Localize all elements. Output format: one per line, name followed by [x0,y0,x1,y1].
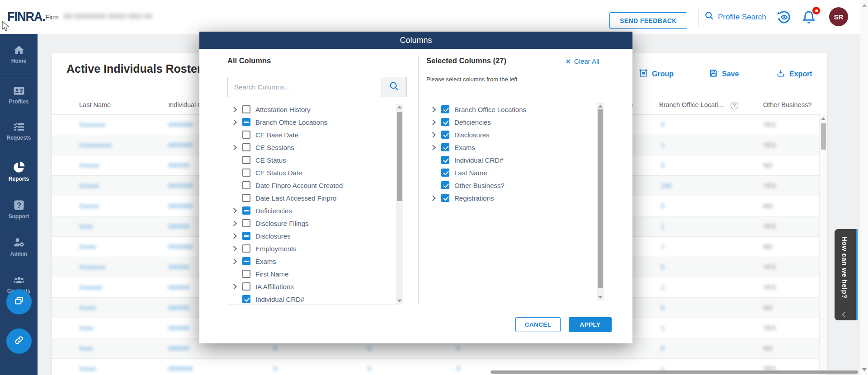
sidebar-item-reports[interactable]: Reports [0,160,38,182]
chevron-right-icon[interactable] [430,195,436,201]
tree-item[interactable]: Employments [227,242,399,255]
checkbox-unchecked[interactable] [242,181,250,189]
checkbox-unchecked[interactable] [242,282,250,291]
branch-count-link[interactable]: 1 [661,277,665,298]
chevron-right-icon[interactable] [231,106,237,112]
clear-all-button[interactable]: ✕ Clear All [566,57,599,65]
branch-count-link[interactable]: 100 [661,176,671,196]
checkbox-unchecked[interactable] [242,270,250,278]
checkbox-unchecked[interactable] [242,194,250,202]
tree-item[interactable]: Disclosure Filings [227,217,399,230]
chevron-right-icon[interactable] [430,106,436,112]
last-name-link[interactable]: Xxxx [79,338,93,359]
report-windows-fab-button[interactable] [6,289,32,314]
chevron-right-icon[interactable] [231,245,237,252]
last-name-link[interactable]: Xxxx [79,318,93,338]
chevron-right-icon[interactable] [231,283,237,290]
checkbox-checked[interactable] [441,194,449,202]
scroll-thumb[interactable] [397,112,402,201]
tree-item[interactable]: Other Business? [426,179,598,192]
crd-link[interactable]: 0000000 [168,135,193,155]
checkbox-indeterminate[interactable] [242,257,250,265]
crd-link[interactable]: 000000 [168,216,189,237]
help-widget-tab[interactable]: How can we help? [835,229,858,320]
last-name-link[interactable]: Xxxxxx [79,196,99,216]
quick-links-fab-button[interactable] [6,328,32,354]
sidebar-item-admin[interactable]: Admin [0,236,38,257]
horizontal-scrollbar-thumb[interactable] [491,370,858,374]
checkbox-unchecked[interactable] [242,131,250,139]
scroll-down-arrow[interactable] [862,368,867,371]
branch-count-link[interactable]: 1 [661,237,665,257]
last-name-link[interactable]: Xxxxx [79,298,96,318]
branch-count-link[interactable]: 1 [661,318,665,338]
crd-link[interactable]: 0000000 [168,359,193,375]
scroll-down-arrow[interactable] [598,296,603,299]
cancel-button[interactable]: CANCEL [515,317,561,332]
tree-item[interactable]: CE Status Date [227,166,399,179]
checkbox-checked[interactable] [441,131,449,139]
checkbox-indeterminate[interactable] [242,118,250,126]
chevron-right-icon[interactable] [430,131,436,138]
crd-link[interactable]: 000000 [168,338,189,359]
tree-item[interactable]: CE Status [227,154,399,166]
crd-link[interactable]: 0000000 [168,176,193,196]
checkbox-unchecked[interactable] [242,169,250,177]
checkbox-checked[interactable] [441,181,449,189]
tree-item[interactable]: Exams [227,255,399,267]
tree-item[interactable]: First Name [227,267,399,280]
chevron-right-icon[interactable] [231,144,237,150]
tree-item[interactable]: Last Name [426,166,598,179]
scroll-up-arrow[interactable] [862,4,867,7]
chevron-right-icon[interactable] [231,220,237,226]
chevron-right-icon[interactable] [231,207,237,214]
branch-count-link[interactable]: 0 [661,338,665,359]
recently-viewed-icon[interactable] [776,9,793,26]
column-header-branch-office[interactable]: Branch Office Locati... [659,101,723,108]
column-header-other-business[interactable]: Other Business? [763,101,811,108]
branch-count-link[interactable]: 1 [661,216,665,237]
profile-search-button[interactable]: Profile Search [704,11,766,23]
branch-count-link[interactable]: 0 [661,298,665,318]
tree-item[interactable]: Disclosures [227,230,399,242]
chevron-right-icon[interactable] [231,258,237,264]
scroll-down-arrow[interactable] [397,300,402,302]
branch-count-link[interactable]: 0 [661,196,665,216]
scroll-thumb[interactable] [598,109,603,288]
crd-link[interactable]: 000000 [168,155,189,176]
crd-link[interactable]: 0000000 [168,237,193,257]
export-button[interactable]: Export [776,69,812,80]
column-header-last-name[interactable]: Last Name [79,101,111,108]
send-feedback-button[interactable]: SEND FEEDBACK [609,12,687,29]
page-scrollbar[interactable] [860,0,868,375]
sidebar-item-requests[interactable]: Requests [0,121,38,141]
scroll-thumb[interactable] [821,123,826,150]
tree-item[interactable]: Deficiencies [227,204,399,217]
user-avatar[interactable]: SR [829,7,848,26]
last-name-link[interactable]: Xxxxxxx [79,277,102,298]
last-name-link[interactable]: Xxxxx [79,359,96,375]
apply-button[interactable]: APPLY [569,317,612,332]
tree-item[interactable]: CE Sessions [227,141,399,154]
checkbox-checked[interactable] [441,143,449,151]
checkbox-unchecked[interactable] [242,156,250,164]
chevron-right-icon[interactable] [231,233,237,239]
count-link[interactable]: 0 [274,359,277,375]
last-name-link[interactable]: Xxxx [79,216,93,237]
checkbox-checked[interactable] [441,156,449,164]
save-button[interactable]: Save [709,69,739,80]
sidebar-item-profiles[interactable]: Profiles [0,85,38,105]
sidebar-item-home[interactable]: Home [0,44,38,64]
checkbox-checked[interactable] [242,295,250,303]
chevron-right-icon[interactable] [430,144,436,150]
crd-link[interactable]: 000000 [168,298,189,318]
scroll-up-arrow[interactable] [397,106,402,108]
tree-item[interactable]: Branch Office Locations [426,103,598,116]
count-link[interactable]: 0 [457,359,460,375]
checkbox-unchecked[interactable] [242,143,250,151]
tree-item[interactable]: Attestation History [227,103,399,116]
last-name-link[interactable]: Xxxxxxxx [79,115,105,135]
tree-item[interactable]: Registrations [426,192,598,204]
all-columns-scrollbar[interactable] [396,104,403,304]
selected-columns-scrollbar[interactable] [597,103,604,300]
